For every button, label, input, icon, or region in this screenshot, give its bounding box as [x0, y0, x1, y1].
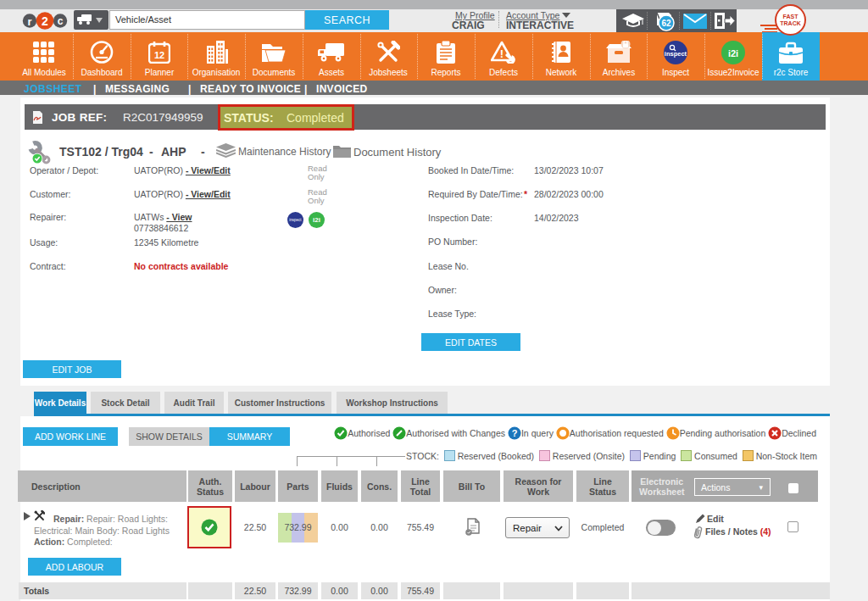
svg-text:62: 62 [661, 19, 671, 28]
svg-text:2: 2 [42, 14, 48, 28]
svg-text:inspect: inspect [665, 50, 687, 58]
svg-text:12: 12 [154, 50, 164, 60]
svg-text:?: ? [512, 428, 518, 438]
svg-text:c: c [58, 15, 64, 27]
svg-text:!: ! [500, 47, 504, 60]
svg-text:r: r [27, 15, 31, 28]
svg-text:i2i: i2i [728, 48, 738, 58]
